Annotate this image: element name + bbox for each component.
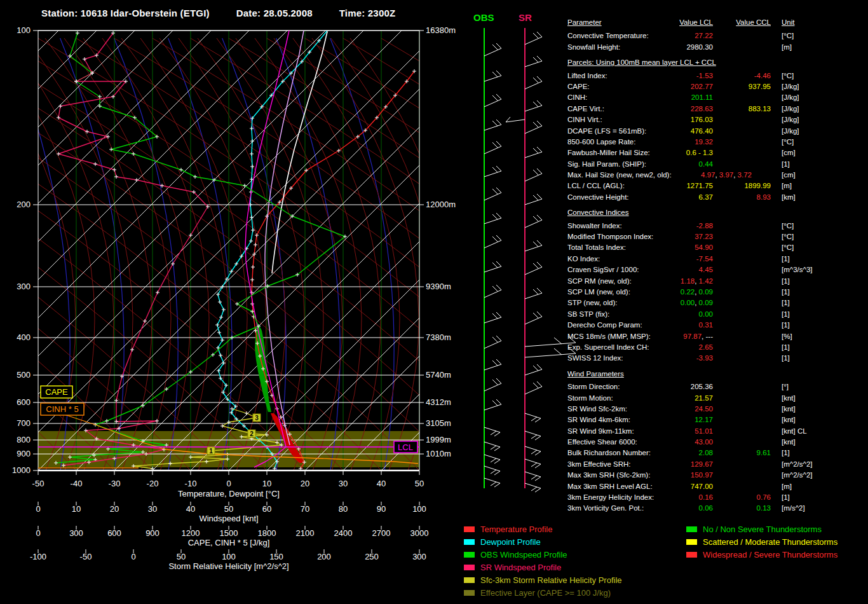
wind-barb [525, 147, 542, 158]
svg-text:3: 3 [255, 415, 259, 422]
axis-tick-label: 150 [269, 552, 283, 561]
height-label: 16380m [426, 25, 456, 35]
param-unit: [1] [782, 254, 790, 264]
wind-barb [484, 427, 500, 436]
wind-barb [484, 71, 501, 81]
table-row: SCP RM (new, old):1.18, 1.42[1] [567, 276, 868, 287]
pressure-label: 1000 [12, 465, 31, 475]
height-label: 9390m [426, 282, 451, 291]
axis-tick-label: 50 [177, 552, 186, 561]
param-value-ccl: 937.95 [567, 81, 771, 92]
sounding-page: { "header": { "station": "Station: 10618… [0, 0, 868, 604]
param-unit: [J/kg] [782, 114, 799, 125]
axis-tick-label: 0 [226, 479, 231, 488]
height-label: 12000m [426, 200, 456, 209]
param-value-lcl: 4.97, 3.97, 3.72 [567, 170, 752, 181]
wind-barb [525, 215, 542, 228]
wind-barb [484, 312, 501, 323]
axis-tick-label: 200 [317, 552, 331, 561]
obs-column-label: OBS [473, 12, 494, 23]
wind-barb [525, 168, 542, 181]
param-value-lcl: 4.45 [567, 264, 713, 275]
wind-barb [525, 262, 542, 275]
height-label: 4312m [426, 397, 451, 407]
legend-label: No / Non Severe Thunderstorms [703, 525, 822, 534]
param-unit: [1] [782, 448, 790, 458]
axis-tick-label: 30 [339, 479, 348, 488]
param-unit: [J/kg] [782, 126, 799, 137]
lcl-label: LCL [398, 443, 413, 452]
legend-label: Temperature Profile [480, 525, 552, 534]
param-unit: [1] [782, 287, 790, 298]
param-unit: [m/s^2] [782, 503, 805, 514]
legend-item: Dewpoint Profile [464, 535, 622, 548]
wind-barb [525, 56, 542, 67]
wind-barb [484, 235, 501, 248]
param-value-lcl: 476.40 [567, 126, 713, 137]
severity-legend: No / Non Severe ThunderstormsScattered /… [686, 523, 837, 561]
table-row: SR Wind Sfc-2km:24.50[knt] [567, 404, 868, 415]
param-unit: [1] [782, 353, 790, 364]
table-row: Max 3km SRH (Sfc-2km):150.97[m^2/s^2] [567, 470, 868, 481]
legend-item: Scattered / Moderate Thunderstorms [686, 535, 837, 548]
param-value-lcl: 201.11 [567, 92, 713, 103]
param-unit: [1] [782, 342, 790, 353]
table-row: Fawbush-Miller Hail Size:0.6 - 1.3[cm] [567, 148, 868, 158]
param-value-lcl: 0.00, 0.09 [567, 298, 713, 308]
table-row: 3km Vorticity Gen. Pot.:0.060.13[m/s^2] [567, 503, 868, 514]
wind-barb [525, 364, 542, 375]
axis-tick-label: -10 [185, 479, 197, 488]
col-value-ccl: Value CCL [567, 17, 771, 28]
table-row: CINH Virt.:176.03[J/kg] [567, 114, 868, 125]
param-value-ccl: 0.13 [567, 503, 771, 514]
param-unit: [J/kg] [782, 81, 799, 92]
param-unit: [J/kg] [782, 104, 799, 114]
axis-tick-label: 250 [365, 552, 379, 561]
legend-item: Sfc-3km Storm Relative Helicity Profile [464, 573, 622, 586]
table-row: Sig. Hail Param. (SHIP):0.44[1] [567, 159, 868, 170]
axis-tick-label: 10 [262, 479, 271, 488]
pressure-label: 100 [17, 25, 31, 35]
wind-barb [525, 240, 542, 251]
table-row: Showalter Index:-2.88[°C] [567, 221, 868, 231]
table-row: 3km Effective SRH:129.67[m^2/s^2] [567, 459, 868, 470]
param-unit: [°] [782, 381, 789, 392]
pressure-label: 300 [17, 282, 31, 291]
param-value-lcl: -2.88 [567, 221, 713, 231]
table-header-row: ParameterValue LCLValue CCLUnit [567, 17, 868, 28]
wind-barb [484, 43, 501, 56]
pressure-label: 800 [17, 435, 31, 444]
param-value-lcl: 0.22, 0.09 [567, 287, 713, 298]
profiles [38, 29, 418, 470]
legend-label: Widespread / Severe Thunderstorms [703, 550, 837, 559]
param-value-lcl: 0.6 - 1.3 [567, 148, 713, 158]
wind-barb [525, 413, 541, 422]
wind-barb [525, 100, 542, 111]
legend-swatch [464, 526, 475, 532]
param-value-lcl: 37.23 [567, 231, 713, 242]
axis-tick-label: 20 [110, 504, 119, 514]
table-row: SR Wind 9km-11km:51.01[knt] CL [567, 426, 868, 437]
legend-swatch [686, 526, 697, 532]
sr-column-label: SR [519, 12, 532, 23]
axis-tick-label: 2700 [372, 528, 391, 538]
axis-tick-label: -20 [147, 479, 159, 488]
param-unit: [m] [782, 42, 792, 53]
table-row: MCS 18m/s (MMP, MSP):97.87, ---[%] [567, 331, 868, 342]
axis-tick-label: -30 [109, 479, 121, 488]
table-row: KO Index:-7.54[1] [567, 254, 868, 264]
table-row: Convective Height:6.378.93[km] [567, 192, 868, 203]
axis-title: Storm Relative Helicity [m^2/s^2] [168, 561, 288, 571]
param-unit: [1] [782, 276, 790, 287]
param-unit: [cm] [782, 170, 796, 181]
axis-tick-label: 300 [412, 552, 426, 561]
param-unit: [%] [782, 331, 792, 342]
wind-barb [484, 455, 500, 463]
sr-windspeed-profile [58, 33, 208, 465]
axis-tick-label: 50 [224, 504, 233, 514]
pressure-label: 200 [17, 200, 31, 209]
wind-barb [484, 399, 501, 410]
legend-swatch [686, 552, 697, 558]
wind-barb [525, 32, 542, 45]
param-unit: [m^2/s^2] [782, 459, 813, 470]
